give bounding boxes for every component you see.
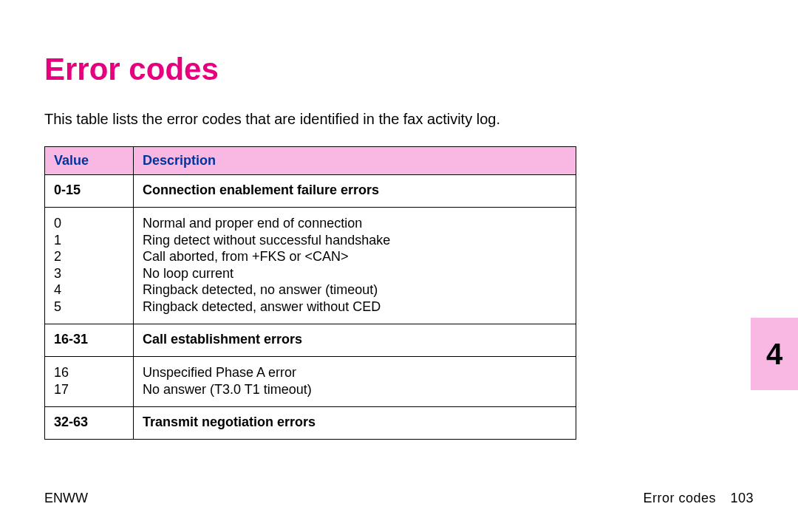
table-row: 16 17 Unspecified Phase A error No answe… <box>45 357 576 407</box>
footer-page-number: 103 <box>730 491 754 505</box>
section-row: 16-31 Call establishment errors <box>45 324 576 357</box>
header-value: Value <box>45 147 134 175</box>
footer-right: Error codes 103 <box>643 491 754 506</box>
code-desc-list: Normal and proper end of connection Ring… <box>134 208 576 324</box>
header-description: Description <box>134 147 576 175</box>
intro-paragraph: This table lists the error codes that ar… <box>44 109 754 129</box>
table-row: 0 1 2 3 4 5 Normal and proper end of con… <box>45 208 576 324</box>
page-title: Error codes <box>44 52 754 87</box>
footer-left: ENWW <box>44 491 88 506</box>
page-content: Error codes This table lists the error c… <box>0 0 798 440</box>
section-title: Connection enablement failure errors <box>134 175 576 208</box>
section-row: 32-63 Transmit negotiation errors <box>45 407 576 440</box>
table-header-row: Value Description <box>45 147 576 175</box>
chapter-tab: 4 <box>751 318 798 390</box>
section-range: 0-15 <box>45 175 134 208</box>
section-range: 16-31 <box>45 324 134 357</box>
code-value-list: 16 17 <box>45 357 134 407</box>
code-desc-list: Unspecified Phase A error No answer (T3.… <box>134 357 576 407</box>
footer-section-label: Error codes <box>643 491 716 505</box>
page-footer: ENWW Error codes 103 <box>44 491 754 506</box>
error-codes-table: Value Description 0-15 Connection enable… <box>44 146 576 440</box>
section-row: 0-15 Connection enablement failure error… <box>45 175 576 208</box>
section-range: 32-63 <box>45 407 134 440</box>
chapter-number: 4 <box>766 338 782 371</box>
section-title: Transmit negotiation errors <box>134 407 576 440</box>
code-value-list: 0 1 2 3 4 5 <box>45 208 134 324</box>
section-title: Call establishment errors <box>134 324 576 357</box>
